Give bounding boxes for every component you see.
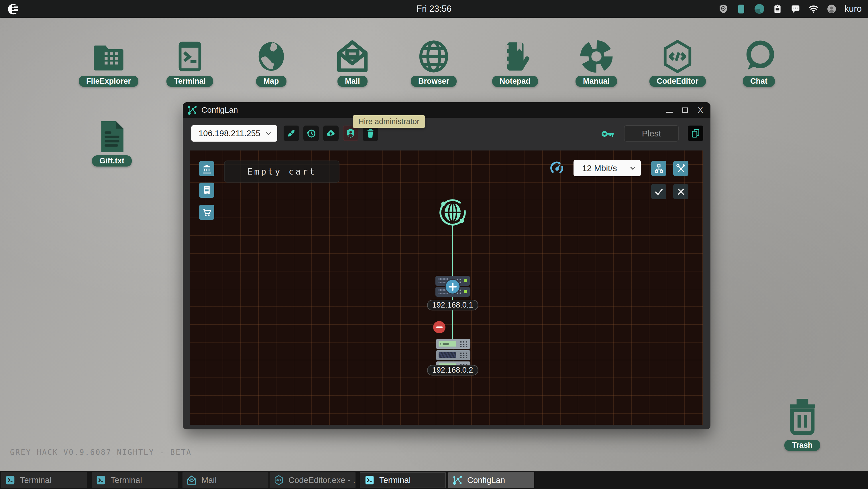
disconnect-button[interactable] bbox=[284, 125, 299, 141]
receipt-button[interactable] bbox=[199, 182, 214, 198]
internet-globe-node[interactable] bbox=[438, 198, 467, 227]
empty-cart-label: Empty cart bbox=[247, 167, 316, 177]
folder-icon bbox=[92, 39, 125, 74]
desktop-app-row: FileExplorer Terminal Map Mail bbox=[83, 39, 785, 87]
taskbar-item-label: ConfigLan bbox=[467, 476, 505, 485]
wifi-icon[interactable] bbox=[808, 4, 819, 14]
window-titlebar[interactable]: ConfigLan X bbox=[183, 102, 710, 118]
add-node-icon[interactable] bbox=[445, 279, 460, 294]
game-version-text: GREY HACK V0.9.6087 NIGHTLY - BETA bbox=[10, 448, 192, 457]
check-icon bbox=[654, 186, 664, 197]
taskbar-item-terminal-2[interactable]: Terminal bbox=[92, 472, 178, 488]
taskbar-item-label: CodeEditor.exe - … bbox=[288, 476, 355, 485]
history-button[interactable] bbox=[303, 125, 319, 141]
icon-label: FileExplorer bbox=[79, 76, 138, 87]
network-tree-button[interactable] bbox=[651, 161, 666, 176]
desktop-file-gift-txt[interactable]: Gift.txt bbox=[88, 120, 135, 167]
icon-label: Notepad bbox=[492, 76, 538, 87]
code-hexagon-icon bbox=[274, 475, 284, 485]
icon-label: Map bbox=[256, 76, 286, 87]
map-globe-icon bbox=[254, 39, 288, 74]
network-nodes-icon bbox=[452, 475, 463, 485]
pie-chart-icon[interactable] bbox=[754, 4, 765, 14]
network-map-panel[interactable]: Empty cart 12 Mbit/s bbox=[190, 150, 703, 425]
clipboard-icon[interactable] bbox=[772, 4, 783, 14]
tools-icon bbox=[676, 163, 686, 174]
close-button[interactable]: X bbox=[697, 106, 704, 114]
mail-icon bbox=[186, 475, 197, 485]
bank-button[interactable] bbox=[199, 161, 214, 176]
taskbar-item-configlan[interactable]: ConfigLan bbox=[448, 472, 534, 488]
hire-admin-button[interactable] bbox=[343, 125, 359, 141]
taskbar-item-terminal-3[interactable]: Terminal bbox=[360, 472, 446, 488]
desktop-icon-fileexplorer[interactable]: FileExplorer bbox=[83, 39, 135, 87]
network-tree-icon bbox=[654, 163, 664, 174]
chevron-down-icon bbox=[630, 165, 636, 170]
notepad-icon bbox=[498, 39, 532, 74]
node-ip-label: 192.168.0.1 bbox=[427, 300, 478, 310]
delete-button[interactable] bbox=[363, 125, 378, 141]
speed-value: 12 Mbit/s bbox=[582, 163, 617, 173]
shield-check-icon[interactable] bbox=[718, 4, 728, 14]
empty-cart-button[interactable]: Empty cart bbox=[224, 161, 339, 182]
password-field[interactable]: Plest bbox=[624, 125, 679, 142]
remove-node-icon[interactable] bbox=[433, 321, 445, 333]
ip-dropdown[interactable]: 106.198.211.255 bbox=[191, 125, 277, 142]
speed-dropdown[interactable]: 12 Mbit/s bbox=[574, 160, 641, 176]
taskbar-item-codeeditor[interactable]: CodeEditor.exe - … bbox=[270, 472, 355, 488]
desktop-icon-map[interactable]: Map bbox=[245, 39, 297, 87]
terminal-icon bbox=[96, 475, 106, 485]
cancel-button[interactable] bbox=[673, 184, 688, 199]
system-tray: kuro bbox=[718, 0, 862, 18]
receipt-icon bbox=[202, 185, 212, 196]
code-hexagon-icon bbox=[660, 39, 694, 74]
history-icon bbox=[306, 128, 316, 139]
username[interactable]: kuro bbox=[844, 4, 862, 14]
desktop-icon-codeeditor[interactable]: CodeEditor bbox=[651, 39, 704, 87]
trash-can-icon bbox=[783, 398, 821, 436]
taskbar: Terminal Terminal Mail CodeEditor.exe - … bbox=[0, 471, 868, 489]
window-title: ConfigLan bbox=[202, 106, 238, 115]
desktop-icon-manual[interactable]: Manual bbox=[570, 39, 622, 87]
trash-label: Trash bbox=[784, 440, 820, 451]
shield-admin-icon bbox=[345, 128, 356, 139]
taskbar-item-mail[interactable]: Mail bbox=[183, 472, 269, 488]
copy-icon bbox=[691, 128, 701, 138]
unplug-icon bbox=[286, 128, 297, 139]
configlan-window: ConfigLan X 106.198.211.255 bbox=[183, 102, 710, 429]
text-document-icon bbox=[98, 120, 125, 153]
taskbar-item-terminal-1[interactable]: Terminal bbox=[1, 472, 87, 488]
icon-label: Mail bbox=[337, 76, 368, 87]
desktop-icon-chat[interactable]: Chat bbox=[733, 39, 785, 87]
bank-icon bbox=[202, 164, 212, 174]
desktop-trash[interactable]: Trash bbox=[779, 398, 826, 451]
lifebuoy-icon bbox=[580, 39, 613, 74]
chat-bubble-icon[interactable] bbox=[790, 4, 801, 14]
minimize-button[interactable] bbox=[666, 106, 673, 114]
desktop-icon-mail[interactable]: Mail bbox=[326, 39, 378, 87]
icon-label: CodeEditor bbox=[649, 76, 706, 87]
desktop-icon-notepad[interactable]: Notepad bbox=[489, 39, 541, 87]
maximize-button[interactable] bbox=[681, 106, 689, 114]
terminal-icon bbox=[5, 475, 16, 485]
icon-label: Browser bbox=[411, 76, 457, 87]
chat-icon bbox=[742, 39, 776, 74]
chevron-down-icon bbox=[266, 130, 271, 135]
taskbar-item-label: Terminal bbox=[379, 476, 411, 485]
key-icon bbox=[601, 129, 614, 139]
copy-button[interactable] bbox=[688, 125, 703, 141]
terminal-icon bbox=[173, 39, 207, 74]
shopping-cart-icon bbox=[202, 207, 212, 218]
desktop-icon-browser[interactable]: Browser bbox=[408, 39, 460, 87]
server-unit bbox=[436, 350, 470, 360]
desktop-icon-terminal[interactable]: Terminal bbox=[164, 39, 216, 87]
mail-icon bbox=[336, 39, 369, 74]
browser-globe-icon bbox=[417, 39, 451, 74]
cart-button[interactable] bbox=[199, 205, 214, 220]
cloud-upload-button[interactable] bbox=[323, 125, 339, 141]
tools-button[interactable] bbox=[673, 161, 688, 176]
confirm-button[interactable] bbox=[651, 184, 666, 199]
battery-icon[interactable] bbox=[736, 4, 747, 14]
ip-dropdown-value: 106.198.211.255 bbox=[198, 129, 260, 138]
avatar[interactable] bbox=[827, 4, 837, 14]
